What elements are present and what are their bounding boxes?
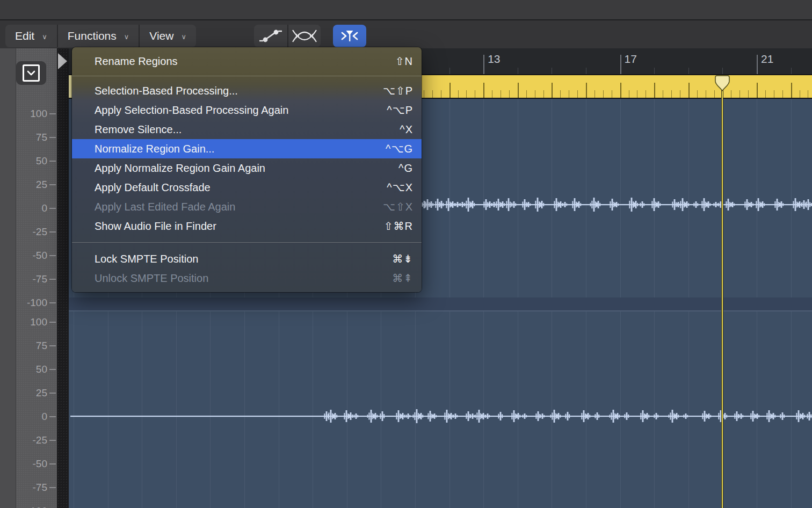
crossfade-button[interactable] — [287, 25, 321, 47]
beat-tick — [612, 90, 612, 98]
beat-tick — [543, 90, 544, 98]
beat-tick — [714, 90, 715, 98]
menu-item[interactable]: Selection-Based Processing...⌥⇧P — [72, 81, 422, 100]
amplitude-label-ch1: -75 — [33, 273, 47, 285]
amplitude-tick — [49, 255, 56, 256]
menu-item-shortcut: ⇧N — [395, 55, 413, 68]
amplitude-ruler: 1007550250-25-50-75-1001007550250-25-50-… — [16, 48, 57, 508]
amplitude-label-ch2: 100 — [30, 316, 47, 328]
beat-tick — [424, 90, 424, 98]
amplitude-label-ch1: -100 — [27, 297, 47, 309]
edit-menu-button[interactable]: Edit ∨ — [5, 25, 57, 47]
playhead-line[interactable] — [721, 81, 723, 508]
amplitude-tick — [49, 416, 56, 417]
amplitude-label-ch1: -50 — [33, 250, 47, 262]
menu-item-shortcut: ⌘⇞ — [392, 272, 413, 285]
amplitude-label-ch1: 50 — [36, 155, 47, 167]
beat-tick — [774, 90, 774, 98]
beat-tick — [740, 90, 740, 98]
beat-tick — [782, 90, 783, 98]
beat-tick — [492, 90, 492, 98]
amplitude-label-ch2: -75 — [33, 482, 47, 494]
bar-ruler-tick — [483, 55, 484, 74]
bar-number-label: 21 — [761, 53, 773, 66]
menu-item[interactable]: Remove Silence...^X — [72, 120, 422, 139]
bar-ruler-tick — [552, 68, 552, 74]
beat-tick — [731, 90, 731, 98]
menu-item[interactable]: Show Audio File in Finder⇧⌘R — [72, 216, 422, 236]
track-disclosure-button[interactable] — [16, 61, 46, 85]
region-play-triangle-icon[interactable] — [58, 53, 67, 69]
beat-tick — [706, 90, 706, 98]
menu-item-shortcut: ⌥⇧X — [383, 200, 413, 213]
chevron-down-icon: ∨ — [181, 33, 186, 41]
beat-tick — [432, 90, 433, 98]
chevron-down-icon: ∨ — [42, 33, 47, 41]
beat-tick — [800, 90, 800, 98]
menu-item[interactable]: Lock SMPTE Position⌘⇟ — [72, 249, 422, 268]
bar-ruler-tick — [722, 68, 723, 74]
bar-number-label: 13 — [488, 53, 500, 66]
disclosure-square-icon — [23, 64, 40, 82]
menu-item-label: Apply Default Crossfade — [95, 182, 211, 194]
vertical-zoom-strip[interactable] — [57, 48, 69, 508]
beat-tick — [663, 90, 663, 98]
amplitude-tick — [49, 345, 56, 346]
bar-ruler-tick — [757, 55, 758, 74]
menu-item-shortcut: ^X — [400, 124, 413, 136]
playhead-marker[interactable] — [715, 75, 730, 91]
menu-item-label: Unlock SMPTE Position — [95, 272, 208, 285]
functions-menu-label: Functions — [68, 30, 117, 42]
bar-ruler-tick — [654, 68, 655, 74]
amplitude-tick — [49, 393, 56, 394]
beat-tick — [441, 90, 441, 98]
catch-playhead-button[interactable] — [333, 25, 366, 47]
menu-item[interactable]: Apply Default Crossfade^⌥X — [72, 178, 422, 197]
bar-ruler-tick — [586, 68, 586, 74]
window-top-strip — [0, 0, 812, 20]
menu-item-label: Show Audio File in Finder — [95, 220, 216, 233]
menu-item-label: Apply Last Edited Fade Again — [95, 201, 235, 213]
view-menu-button[interactable]: View ∨ — [139, 25, 196, 47]
menu-item[interactable]: Apply Normalize Region Gain Again^G — [72, 158, 422, 178]
menu-item-shortcut: ^⌥P — [387, 104, 413, 117]
functions-menu-button[interactable]: Functions ∨ — [57, 25, 139, 47]
menu-item[interactable]: Rename Regions⇧N — [72, 52, 422, 71]
beat-tick — [654, 83, 655, 98]
beat-tick — [757, 83, 758, 98]
beat-tick — [791, 83, 792, 98]
amplitude-tick — [49, 440, 56, 441]
beat-tick — [501, 90, 501, 98]
tool-icon-group — [254, 25, 321, 47]
menu-item-shortcut: ⇧⌘R — [384, 220, 413, 233]
amplitude-tick — [49, 208, 56, 209]
amplitude-label-ch2: 25 — [36, 387, 47, 399]
beat-tick — [629, 90, 629, 98]
bar-number-label: 17 — [625, 53, 637, 66]
amplitude-label-ch1: 75 — [36, 132, 47, 143]
menu-item-label: Normalize Region Gain... — [95, 143, 214, 155]
bar-ruler-tick — [620, 55, 621, 74]
menu-item-label: Apply Selection-Based Processing Again — [95, 104, 288, 117]
menu-item[interactable]: Normalize Region Gain...^⌥G — [72, 139, 422, 158]
amplitude-label-ch1: 25 — [36, 179, 47, 191]
amplitude-label-ch2: -100 — [27, 505, 47, 508]
amplitude-label-ch1: 100 — [30, 108, 47, 120]
beat-tick — [808, 90, 808, 98]
beat-tick — [552, 83, 553, 98]
menu-item-label: Lock SMPTE Position — [95, 253, 198, 265]
beat-tick — [620, 83, 621, 98]
automation-curve-button[interactable] — [254, 25, 287, 47]
amplitude-tick — [49, 184, 56, 185]
chevron-down-icon: ∨ — [124, 33, 129, 41]
beat-tick — [483, 83, 484, 98]
beat-tick — [509, 90, 510, 98]
amplitude-tick — [49, 231, 56, 233]
menu-item[interactable]: Apply Selection-Based Processing Again^⌥… — [72, 100, 422, 120]
amplitude-label-ch1: 0 — [41, 202, 47, 214]
beat-tick — [577, 90, 578, 98]
automation-curve-icon — [258, 28, 283, 44]
beat-tick — [646, 90, 646, 98]
menu-button-group: Edit ∨ Functions ∨ View ∨ — [5, 25, 196, 47]
menu-item-shortcut: ^⌥X — [387, 181, 413, 194]
